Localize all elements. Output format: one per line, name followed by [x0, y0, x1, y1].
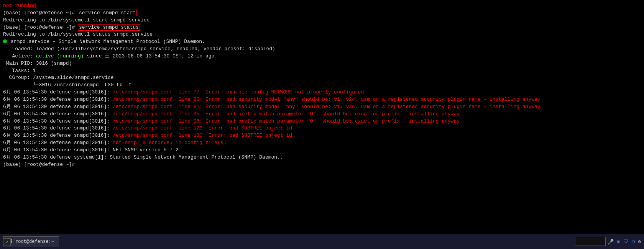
terminal-line-err81: 6月 06 13:54:30 defense snmpd[3016]: /etc… — [3, 103, 641, 111]
terminal-line-prompt1: (base) [root@defense ~]# service snmpd s… — [3, 10, 641, 17]
terminal-line-tasks: Tasks: 1 — [3, 67, 641, 75]
taskbar: ⤢ 🖥 root@defense:~ S 中 °, 🎤 ⊞ 🛡 ⊟ ⚙ — [0, 234, 644, 249]
terminal-line-cgroup1: CGroup: /system.slice/snmpd.service — [3, 74, 641, 82]
terminal-line-prompt2: (base) [root@defense ~]# service snmpd s… — [3, 24, 641, 31]
terminal-line-not-running: not running — [3, 2, 641, 10]
terminal-line-cgroup2: └─3016 /usr/sbin/snmpd -LS0-6d -f — [3, 82, 641, 89]
input-box — [575, 237, 606, 246]
terminal-line-net-snmp: 6月 06 13:54:30 defense snmpd[3016]: net-… — [3, 139, 641, 147]
terminal-line-err80: 6月 06 13:54:30 defense snmpd[3016]: /etc… — [3, 96, 641, 103]
green-dot-icon — [3, 39, 7, 43]
grid1-icon[interactable]: ⊞ — [617, 238, 620, 245]
terminal-line-started: 6月 06 13:54:30 defense systemd[1]: Start… — [3, 154, 641, 161]
terminal-line-snmpd-service: snmpd.service - Simple Network Managemen… — [3, 38, 641, 46]
shield-icon[interactable]: 🛡 — [623, 239, 629, 245]
terminal-line-redirect2: Redirecting to /bin/systemctl status snm… — [3, 31, 641, 38]
terminal-label: root@defense:~ — [15, 239, 54, 244]
terminal[interactable]: not running(base) [root@defense ~]# serv… — [0, 0, 644, 234]
resize-icon: ⤢ — [5, 240, 8, 244]
terminal-line-net-snmp-ver: 6月 06 13:54:30 defense snmpd[3016]: NET-… — [3, 147, 641, 154]
terminal-line-mainpid: Main PID: 3016 (snmpd) — [3, 60, 641, 67]
microphone-icon[interactable]: 🎤 — [607, 238, 614, 245]
taskbar-left: ⤢ 🖥 root@defense:~ — [3, 236, 59, 247]
terminal-line-err96: 6月 06 13:54:30 defense snmpd[3016]: /etc… — [3, 118, 641, 125]
resize-button[interactable]: ⤢ — [3, 238, 11, 246]
terminal-line-err129: 6月 06 13:54:30 defense snmpd[3016]: /etc… — [3, 125, 641, 132]
terminal-line-err77: 6月 06 13:54:30 defense snmpd[3016]: /etc… — [3, 89, 641, 96]
terminal-line-active: Active: active (running) since 三 2023-06… — [3, 53, 641, 60]
terminal-line-loaded: Loaded: loaded (/usr/lib/systemd/system/… — [3, 46, 641, 53]
taskbar-terminal-button[interactable]: 🖥 root@defense:~ — [3, 236, 59, 247]
settings-icon[interactable]: ⚙ — [638, 239, 641, 245]
grid2-icon[interactable]: ⊟ — [632, 238, 635, 245]
terminal-line-redirect1: Redirecting to /bin/systemctl start snmp… — [3, 17, 641, 24]
terminal-line-err95: 6月 06 13:54:30 defense snmpd[3016]: /etc… — [3, 111, 641, 118]
terminal-line-prompt3: (base) [root@defense ~]# — [3, 161, 641, 169]
terminal-line-err130: 6月 06 13:54:30 defense snmpd[3016]: /etc… — [3, 132, 641, 139]
